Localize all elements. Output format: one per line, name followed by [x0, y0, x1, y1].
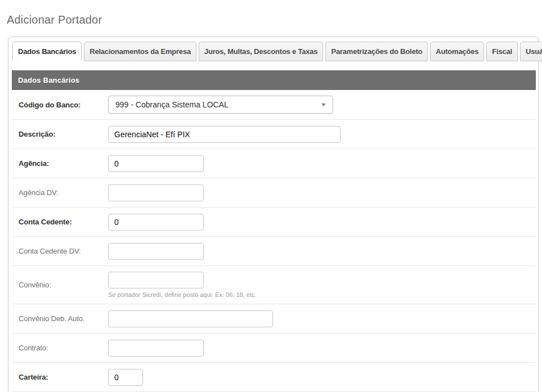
tab-label: Relacionamentos da Empresa [89, 47, 191, 56]
selected-option-label: 999 - Cobrança Sistema LOCAL [115, 100, 229, 109]
form-row-convenio: Convênio: Se portador Sicredi, definir p… [12, 266, 536, 304]
carteira-input[interactable] [108, 369, 143, 386]
field: Se portador Sicredi, definir posto aqui.… [108, 272, 257, 298]
tab-fiscal[interactable]: Fiscal [486, 42, 518, 61]
field-label: Convênio: [12, 281, 108, 289]
convenio-input[interactable] [108, 272, 204, 289]
form-row-codigo-do-banco: Código do Banco: 999 - Cobrança Sistema … [12, 90, 536, 120]
form-row-agencia: Agência: [12, 149, 536, 178]
form-row-contrato: Contrato: [12, 334, 536, 363]
form-rows: Código do Banco: 999 - Cobrança Sistema … [12, 90, 536, 392]
tab-parametrizacoes-do-boleto[interactable]: Parametrizações do Boleto [325, 42, 428, 61]
field [108, 310, 273, 327]
field [108, 340, 204, 357]
tab-dados-bancarios[interactable]: Dados Bancários [12, 42, 82, 61]
field-hint: Se portador Sicredi, definir posto aqui.… [108, 291, 257, 298]
tab-label: Automações [436, 47, 478, 56]
form-row-agencia-dv: Agência DV: [12, 178, 536, 208]
tab-usuarios[interactable]: Usuários [520, 42, 542, 61]
tab-relacionamentos-da-empresa[interactable]: Relacionamentos da Empresa [84, 42, 196, 61]
section-header: Dados Bancários [12, 70, 536, 90]
conta-cedente-input[interactable] [108, 214, 204, 231]
contrato-input[interactable] [108, 340, 204, 357]
field: 999 - Cobrança Sistema LOCAL [108, 96, 333, 114]
tab-label: Fiscal [492, 47, 512, 56]
field [108, 184, 204, 201]
field [108, 126, 341, 143]
agencia-dv-input[interactable] [108, 184, 204, 201]
tab-automacoes[interactable]: Automações [430, 42, 484, 61]
page-title: Adicionar Portador [7, 13, 542, 26]
tab-label: Juros, Multas, Descontos e Taxas [204, 47, 317, 56]
form-row-conta-cedente: Conta Cedente: [12, 208, 536, 237]
convenio-deb-auto-input[interactable] [108, 310, 273, 327]
tab-juros-multas-descontos-taxas[interactable]: Juros, Multas, Descontos e Taxas [199, 42, 323, 61]
portador-panel: Dados Bancários Relacionamentos da Empre… [8, 37, 539, 392]
field-label: Conta Cedente DV: [12, 247, 108, 255]
descricao-input[interactable] [108, 126, 341, 143]
field-label: Contrato: [12, 344, 108, 352]
field-label: Convênio Deb. Auto. [12, 314, 108, 323]
form-row-descricao: Descrição: [12, 120, 536, 149]
field-label: Conta Cedente: [12, 218, 108, 226]
chevron-down-icon [321, 103, 326, 106]
agencia-input[interactable] [108, 155, 204, 172]
form-row-carteira: Carteira: [12, 363, 536, 392]
field-label: Carteira: [12, 373, 108, 381]
tab-label: Usuários [526, 47, 542, 56]
field-label: Descrição: [12, 130, 108, 138]
tab-bar: Dados Bancários Relacionamentos da Empre… [8, 37, 538, 61]
form-row-conta-cedente-dv: Conta Cedente DV: [12, 237, 536, 266]
field [108, 243, 204, 260]
codigo-do-banco-select[interactable]: 999 - Cobrança Sistema LOCAL [108, 96, 333, 114]
field [108, 369, 143, 386]
field [108, 214, 204, 231]
field-label: Agência: [12, 159, 108, 168]
field [108, 155, 204, 172]
tab-label: Parametrizações do Boleto [331, 47, 422, 56]
conta-cedente-dv-input[interactable] [108, 243, 204, 260]
form-row-convenio-deb-auto: Convênio Deb. Auto. [12, 304, 536, 334]
tab-label: Dados Bancários [18, 47, 76, 56]
field-label: Código do Banco: [12, 101, 108, 109]
field-label: Agência DV: [12, 188, 108, 197]
